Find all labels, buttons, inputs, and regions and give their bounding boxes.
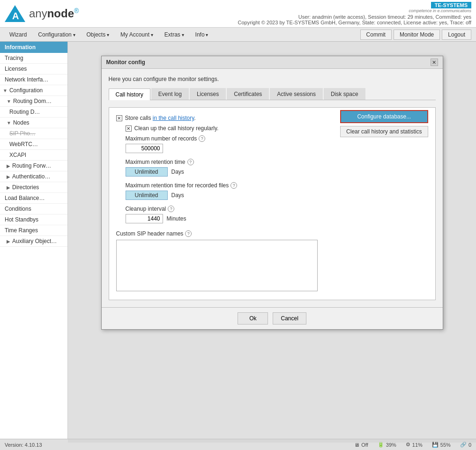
ok-button[interactable]: Ok <box>238 312 268 325</box>
logo-area: A anynode® <box>5 4 79 23</box>
call-history-content: Configure database... Clear call history… <box>109 107 436 300</box>
cleanup-interval-group: Cleanup interval ? Minutes <box>126 206 428 223</box>
modal-title-bar: Monitor config ✕ <box>102 56 443 69</box>
sidebar-item-webrtc[interactable]: WebRTC… <box>0 139 67 150</box>
cleanup-interval-input[interactable] <box>126 214 163 223</box>
monitor-config-modal: Monitor config ✕ Here you can configure … <box>101 56 443 330</box>
arrow-right-icon-2: ▶ <box>7 174 10 179</box>
tab-disk-space[interactable]: Disk space <box>324 88 365 100</box>
max-retention-files-unlimited-btn[interactable]: Unlimited <box>126 191 168 200</box>
sidebar-item-routing-d[interactable]: Routing D… <box>0 107 67 118</box>
sidebar-item-sip[interactable]: SIP Pho… <box>0 128 67 139</box>
max-retention-unlimited-btn[interactable]: Unlimited <box>126 167 168 177</box>
sip-header-label: Custom SIP header names ? <box>116 230 428 237</box>
sidebar-routing-forw-label: Routing Forw… <box>12 162 51 169</box>
cleanup-interval-help-icon[interactable]: ? <box>168 206 174 212</box>
arrow-right-icon: ▶ <box>7 163 10 169</box>
monitor-mode-button[interactable]: Monitor Mode <box>394 30 440 40</box>
clear-history-button[interactable]: Clear call history and statistics <box>340 126 428 137</box>
nav-left: Wizard Configuration Objects My Account … <box>5 30 213 40</box>
content-area: Monitor config ✕ Here you can configure … <box>68 42 476 443</box>
max-retention-help-icon[interactable]: ? <box>187 159 194 165</box>
main-layout: Information Tracing Licenses Network Int… <box>0 42 476 443</box>
cleanup-interval-label: Cleanup interval ? <box>126 206 428 212</box>
nav-bar: Wizard Configuration Objects My Account … <box>0 28 476 42</box>
sidebar-item-tracing[interactable]: Tracing <box>0 53 67 64</box>
sidebar: Information Tracing Licenses Network Int… <box>0 42 68 443</box>
top-right-info: TE-SYSTEMS competence in e.communication… <box>238 2 471 25</box>
max-records-help-icon[interactable]: ? <box>199 135 205 142</box>
nav-my-account[interactable]: My Account <box>116 30 158 40</box>
tab-licenses[interactable]: Licenses <box>190 88 226 100</box>
tab-call-history[interactable]: Call history <box>109 89 150 100</box>
max-records-input-row <box>126 144 428 153</box>
sidebar-group-routing-dom[interactable]: ▼ Routing Dom… <box>0 96 67 107</box>
modal-footer: Ok Cancel <box>102 307 443 329</box>
right-buttons: Configure database... Clear call history… <box>340 110 428 137</box>
cleanup-interval-input-row: Minutes <box>126 214 428 223</box>
store-calls-checkbox[interactable]: ✕ <box>116 115 122 121</box>
store-calls-row: ✕ Store calls in the call history. <box>116 115 331 121</box>
user-info: User: anadmin (write access), Session ti… <box>238 14 471 20</box>
sidebar-routing-dom-label: Routing Dom… <box>13 98 52 104</box>
tab-active-sessions[interactable]: Active sessions <box>270 88 323 100</box>
max-retention-label: Maximum retention time ? <box>126 159 428 165</box>
modal-body: Here you can configure the monitor setti… <box>102 69 443 307</box>
sidebar-item-xcapi[interactable]: XCAPI <box>0 150 67 161</box>
sidebar-auxiliary-label: Auxiliary Object… <box>12 238 57 244</box>
nav-extras[interactable]: Extras <box>160 30 189 40</box>
cleanup-text: Clean up the call history regularly. <box>134 125 219 132</box>
sidebar-group-routing-forw[interactable]: ▶ Routing Forw… <box>0 161 67 171</box>
nav-info[interactable]: Info <box>191 30 213 40</box>
arrow-right-icon-4: ▶ <box>7 239 10 244</box>
tabs-container: Call history Event log Licenses Certific… <box>109 88 436 100</box>
nav-right: Commit Monitor Mode Logout <box>360 30 471 40</box>
modal-close-button[interactable]: ✕ <box>431 59 438 66</box>
sidebar-group-auth[interactable]: ▶ Authenticatio… <box>0 171 67 182</box>
sidebar-item-time-ranges[interactable]: Time Ranges <box>0 225 67 236</box>
disk-value: 55% <box>440 442 451 448</box>
modal-backdrop: Monitor config ✕ Here you can configure … <box>68 42 476 443</box>
memory-value: 11% <box>412 442 423 448</box>
sidebar-item-hot-standbys[interactable]: Hot Standbys <box>0 214 67 225</box>
nav-wizard[interactable]: Wizard <box>5 30 31 40</box>
sidebar-item-load-balance[interactable]: Load Balance… <box>0 193 67 204</box>
cancel-button[interactable]: Cancel <box>273 312 306 325</box>
arrow-down-icon-3: ▼ <box>7 120 11 125</box>
max-retention-files-help-icon[interactable]: ? <box>231 182 237 189</box>
cleanup-row: ✕ Clean up the call history regularly. <box>126 125 331 132</box>
monitor-value: Off <box>361 442 368 448</box>
max-retention-files-group: Maximum retention time for recorded file… <box>126 182 428 200</box>
configure-database-button[interactable]: Configure database... <box>340 110 428 123</box>
modal-description: Here you can configure the monitor setti… <box>109 76 436 82</box>
max-retention-group: Maximum retention time ? Unlimited Days <box>126 159 428 177</box>
cleanup-checkbox[interactable]: ✕ <box>126 125 132 132</box>
sip-header-textarea[interactable] <box>116 240 318 291</box>
nav-configuration[interactable]: Configuration <box>33 30 80 40</box>
sidebar-item-network[interactable]: Network Interfa… <box>0 74 67 85</box>
modal-title: Monitor config <box>106 59 145 66</box>
sidebar-group-directories[interactable]: ▶ Directories <box>0 182 67 193</box>
app-title: anynode® <box>29 7 79 20</box>
commit-button[interactable]: Commit <box>360 30 392 40</box>
te-tagline: competence in e.communications <box>238 8 471 13</box>
max-records-input[interactable] <box>126 144 163 153</box>
max-retention-input-row: Unlimited Days <box>126 167 428 177</box>
sip-header-help-icon[interactable]: ? <box>185 230 192 237</box>
sidebar-configuration-label: Configuration <box>9 87 43 94</box>
tab-event-log[interactable]: Event log <box>151 88 189 100</box>
max-retention-files-label: Maximum retention time for recorded file… <box>126 182 428 189</box>
sidebar-group-auxiliary[interactable]: ▶ Auxiliary Object… <box>0 236 67 247</box>
sidebar-group-nodes[interactable]: ▼ Nodes <box>0 118 67 128</box>
nav-objects[interactable]: Objects <box>82 30 114 40</box>
monitor-icon: 🖥 <box>354 442 359 448</box>
store-calls-text: Store calls in the call history. <box>125 115 196 121</box>
sidebar-item-conditions[interactable]: Conditions <box>0 204 67 214</box>
logout-button[interactable]: Logout <box>442 30 471 40</box>
sidebar-section-information: Information <box>0 42 67 53</box>
sidebar-item-licenses[interactable]: Licenses <box>0 64 67 74</box>
tab-certificates[interactable]: Certificates <box>227 88 269 100</box>
in-call-history-link[interactable]: in the call history <box>153 115 194 121</box>
sidebar-group-configuration[interactable]: ▼ Configuration <box>0 85 67 96</box>
arrow-down-icon: ▼ <box>3 88 7 93</box>
